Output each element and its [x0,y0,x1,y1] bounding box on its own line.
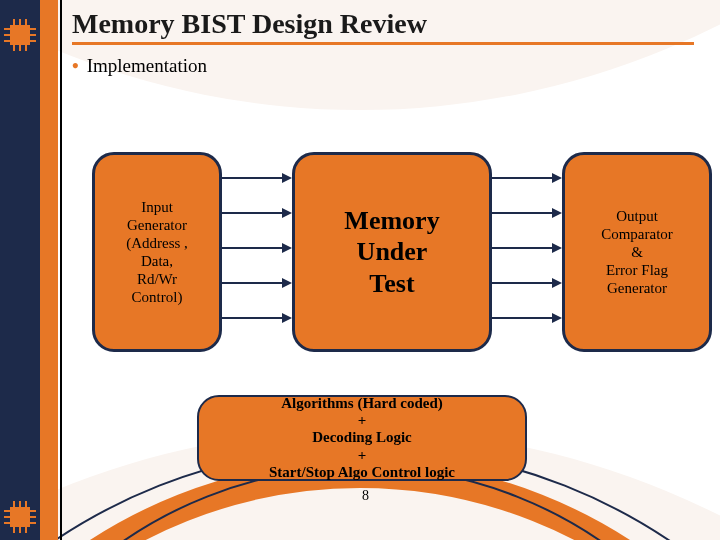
block-output-comparator: Output Comparator & Error Flag Generator [562,152,712,352]
svg-rect-13 [10,507,30,527]
bullet-item: •Implementation [72,55,720,77]
block-memory-under-test: Memory Under Test [292,152,492,352]
block-label: Algorithms (Hard coded) + Decoding Logic… [269,395,455,481]
chip-icon [2,500,38,534]
block-input-generator: Input Generator (Address , Data, Rd/Wr C… [92,152,222,352]
bullet-text: Implementation [87,55,207,76]
left-sidebar [0,0,40,540]
bullet-dot-icon: • [72,55,87,76]
block-label: Input Generator (Address , Data, Rd/Wr C… [126,198,188,306]
page-title: Memory BIST Design Review [72,0,720,40]
block-label: Memory Under Test [344,205,439,299]
slide: Memory BIST Design Review •Implementatio… [0,0,720,540]
page-number: 8 [362,488,369,504]
block-algorithms: Algorithms (Hard coded) + Decoding Logic… [197,395,527,481]
left-divider-line [60,0,62,540]
content-area: Memory BIST Design Review •Implementatio… [72,0,720,540]
left-sidebar-accent [40,0,58,540]
title-underline [72,42,694,45]
chip-icon [2,18,38,52]
svg-rect-0 [10,25,30,45]
block-label: Output Comparator & Error Flag Generator [601,207,673,297]
